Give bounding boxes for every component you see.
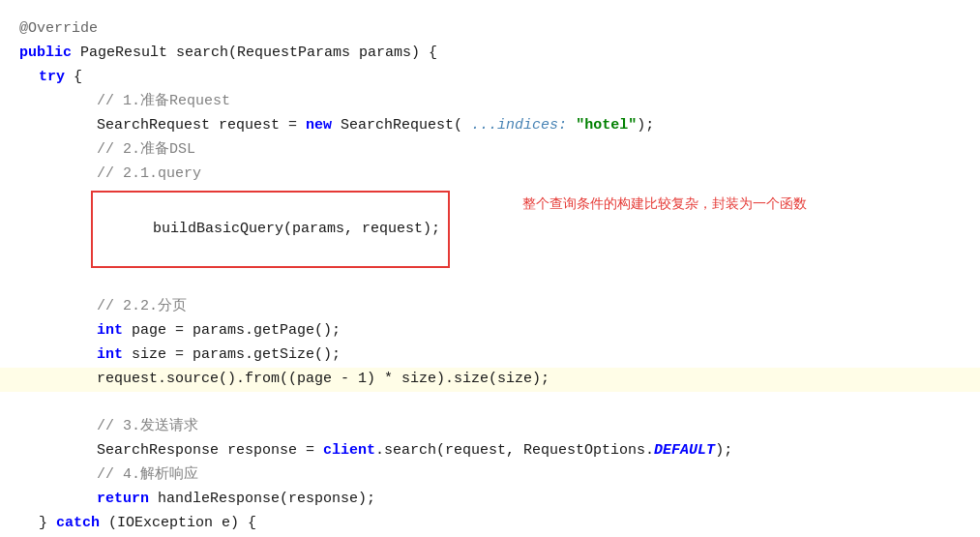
kw-public: public [19,42,72,65]
kw-client: client [323,439,375,462]
line-comment2-1: // 2.1.query [0,163,980,187]
line-empty2 [0,392,980,415]
response-call: .search(request, RequestOptions. [375,439,654,462]
catch-params: (IOException e) { [100,512,256,535]
line-int-size: int size = params.getSize(); [0,343,980,368]
build-query-code: buildBasicQuery(params, request); [153,221,440,237]
line-comment2: // 2.准备DSL [0,138,980,163]
line-request-source: request.source().from((page - 1) * size)… [0,368,980,392]
return-code: handleResponse(response); [149,488,375,511]
comment-3: // 3.发送请求 [97,415,198,438]
build-query-box: buildBasicQuery(params, request); [91,191,450,268]
try-brace: { [65,66,82,89]
sr-constructor: SearchRequest( [332,114,471,137]
search-request-type: SearchRequest request = [97,114,306,137]
comment-2-2: // 2.2.分页 [97,295,187,318]
response-semi: ); [715,439,732,462]
method-return: PageResult [72,42,176,65]
comment-1: // 1.准备Request [97,90,230,113]
line-catch: } catch (IOException e) { [0,512,980,536]
indices-param: ...indices: [471,114,567,137]
line-comment1: // 1.准备Request [0,90,980,114]
line-build-query: buildBasicQuery(params, request); 整个查询条件… [0,191,980,268]
comment-2-1: // 2.1.query [97,163,201,186]
annotation-text: 整个查询条件的构建比较复杂，封装为一个函数 [522,193,807,214]
line-search-response: SearchResponse response = client.search(… [0,439,980,463]
method-name: search(RequestParams params) { [176,42,437,65]
line-override: @Override [0,17,980,42]
comment-4: // 4.解析响应 [97,463,198,487]
code-editor: @Override public PageResult search(Reque… [0,10,980,537]
close-try: } [39,512,56,535]
line-return: return handleResponse(response); [0,488,980,512]
line-try: try { [0,66,980,90]
kw-int-2: int [97,343,123,367]
kw-catch: catch [56,512,100,535]
kw-return: return [97,488,149,511]
kw-new: new [306,114,332,137]
response-type: SearchResponse response = [97,439,323,462]
line-empty1 [0,272,980,295]
kw-int-1: int [97,319,123,343]
line-comment3: // 3.发送请求 [0,415,980,439]
page-code: page = params.getPage(); [123,319,341,343]
line-comment2-2: // 2.2.分页 [0,295,980,319]
kw-default: DEFAULT [654,439,715,462]
source-code: request.source().from((page - 1) * size)… [97,368,549,391]
kw-try: try [39,66,65,89]
line-search-request: SearchRequest request = new SearchReques… [0,114,980,138]
comment-2: // 2.准备DSL [97,138,195,162]
semi1: ); [637,114,654,137]
size-code: size = params.getSize(); [123,343,341,367]
line-method-sig: public PageResult search(RequestParams p… [0,42,980,66]
annotation-override: @Override [19,17,98,41]
space [567,114,576,137]
hotel-string: "hotel" [576,114,637,137]
line-int-page: int page = params.getPage(); [0,319,980,343]
line-comment4: // 4.解析响应 [0,463,980,488]
